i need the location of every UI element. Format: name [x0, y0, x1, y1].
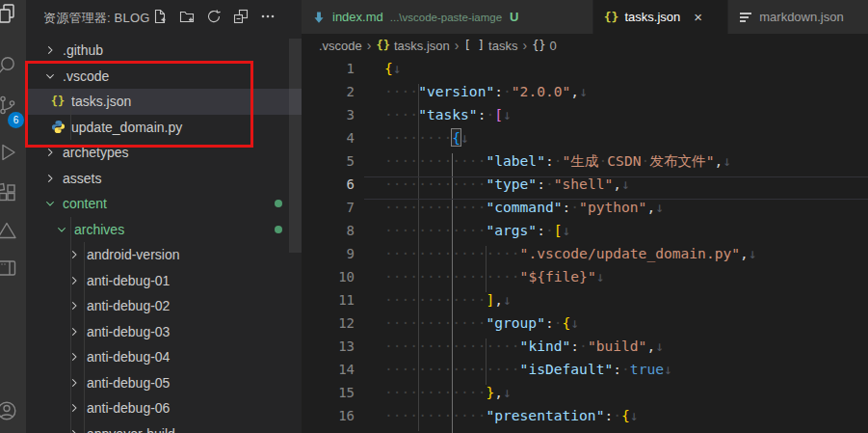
line-number: 13	[302, 335, 355, 358]
token: ····	[384, 83, 418, 99]
tree-item-assets[interactable]: assets	[26, 166, 302, 192]
account-icon[interactable]	[0, 397, 26, 430]
line-content: ················".vscode/update_domain.p…	[384, 242, 757, 265]
collapse-all-icon[interactable]	[232, 8, 250, 25]
breadcrumb-item[interactable]: 0	[550, 39, 557, 53]
tab-index-md[interactable]: index.md ...\vscode-paste-iamge U	[302, 0, 593, 34]
tree-item-anti-debug-04[interactable]: anti-debug-04	[26, 344, 302, 370]
token: ↓	[563, 222, 571, 238]
more-icon[interactable]	[259, 8, 276, 25]
tree-item-anti-debug-02[interactable]: anti-debug-02	[26, 293, 302, 319]
token: ↓	[503, 106, 512, 122]
tree-item-archetypes[interactable]: archetypes	[26, 140, 302, 166]
line-number: 9	[302, 242, 355, 265]
tree-item-content[interactable]: content	[26, 191, 302, 217]
line-number: 3	[302, 103, 355, 126]
tree-item-android-version[interactable]: android-version	[26, 242, 302, 268]
token: ↓	[621, 176, 630, 192]
code-line[interactable]: 5············"label":·"生成·CSDN·发布文件",↓	[302, 149, 868, 173]
token: :	[494, 83, 503, 99]
breadcrumb-item[interactable]: .vscode	[319, 39, 362, 53]
new-folder-icon[interactable]	[178, 8, 196, 25]
line-number: 15	[302, 381, 355, 404]
tree-item-anti-debug-06[interactable]: anti-debug-06	[26, 395, 302, 421]
token: ················	[384, 245, 520, 261]
new-file-icon[interactable]	[151, 8, 169, 25]
triangle-icon[interactable]	[0, 217, 26, 250]
line-number: 6	[302, 173, 355, 196]
sidebar-scrollbar[interactable]	[289, 39, 302, 253]
tree-item-archives[interactable]: archives	[26, 217, 302, 243]
json-file-icon: {}	[50, 94, 66, 109]
tree-item-anti-debug-01[interactable]: anti-debug-01	[26, 268, 302, 294]
token: "shell"	[554, 176, 614, 192]
code-line[interactable]: 8············"args":·[↓	[302, 219, 868, 242]
explorer-icon[interactable]	[0, 0, 26, 33]
breadcrumb-item[interactable]: tasks	[488, 39, 517, 53]
code-line[interactable]: 14················"isDefault":·true↓	[302, 358, 868, 381]
tree-item--github[interactable]: .github	[26, 38, 302, 64]
token: ············	[384, 176, 486, 192]
run-debug-icon[interactable]	[0, 139, 26, 172]
token: ↓	[570, 314, 579, 331]
token: "group"	[486, 314, 545, 331]
code-line[interactable]: 10················"${file}"↓	[302, 265, 868, 288]
code-line[interactable]: 3····"tasks":·[↓	[302, 103, 868, 126]
tab-label: index.md	[332, 10, 383, 24]
search-icon[interactable]	[0, 52, 26, 85]
code-line[interactable]: 2····"version":·"2.0.0",↓	[302, 80, 868, 103]
tree-item-tasks-json[interactable]: {}tasks.json	[26, 89, 302, 115]
line-number: 4	[302, 126, 355, 149]
tree-item-label: archives	[74, 222, 124, 237]
breadcrumb-separator: ›	[367, 38, 372, 53]
tree-item-label: anti-debug-06	[87, 400, 170, 416]
code-line[interactable]: 9················".vscode/update_domain.…	[302, 242, 868, 265]
token: "version"	[418, 83, 494, 99]
code-line[interactable]: 4········{↓	[302, 126, 868, 149]
tree-item-label: content	[63, 196, 107, 211]
token: ············	[384, 222, 486, 238]
token: true	[630, 361, 664, 377]
token: ↓	[723, 152, 731, 169]
line-content: ············"label":·"生成·CSDN·发布文件",↓	[384, 149, 731, 173]
token: ················	[384, 361, 520, 377]
token: ↓	[503, 384, 512, 400]
tree-item--vscode[interactable]: .vscode	[26, 64, 302, 90]
tab-markdown-json[interactable]: markdown.json	[728, 0, 868, 34]
line-content: ················"kind":·"build",↓	[384, 335, 664, 358]
extensions-icon[interactable]	[0, 179, 26, 212]
tree-item-label: assets	[63, 171, 101, 186]
token: ············	[384, 314, 486, 331]
line-number: 10	[302, 265, 355, 288]
tab-tasks-json[interactable]: {} tasks.json ×	[593, 0, 728, 34]
code-line[interactable]: 12············"group":·{↓	[302, 311, 868, 335]
token: "build"	[588, 338, 647, 354]
code-line[interactable]: 6············"type":·"shell",↓	[302, 173, 868, 196]
code-line[interactable]: 15············},↓	[302, 381, 868, 404]
line-content: ············"presentation":·{↓	[384, 404, 639, 427]
line-content: ····"tasks":·[↓	[384, 103, 512, 126]
code-line[interactable]: 13················"kind":·"build",↓	[302, 335, 868, 358]
breadcrumb-item[interactable]: tasks.json	[394, 39, 450, 53]
token: ,	[570, 83, 579, 99]
code-line[interactable]: 11············],↓	[302, 288, 868, 311]
code-line[interactable]: 16············"presentation":·{↓	[302, 404, 868, 427]
editor-content[interactable]: 1{↓2····"version":·"2.0.0",↓3····"tasks"…	[302, 57, 868, 433]
tree-item-anti-debug-05[interactable]: anti-debug-05	[26, 370, 302, 396]
token: ↓	[655, 338, 664, 354]
token: ········	[384, 129, 452, 146]
window-icon[interactable]	[0, 255, 26, 287]
token: ·	[599, 152, 608, 169]
code-line[interactable]: 7············"command":·"python",↓	[302, 196, 868, 219]
tree-item-anti-debug-03[interactable]: anti-debug-03	[26, 319, 302, 345]
tree-item-update-domain-py[interactable]: update_domain.py	[26, 115, 302, 141]
token: [	[494, 106, 503, 122]
token: "kind"	[520, 338, 571, 354]
refresh-icon[interactable]	[205, 8, 223, 25]
token: :	[570, 338, 579, 354]
code-line[interactable]: 1{↓	[302, 57, 868, 80]
tree-item-appveyor-build[interactable]: appveyor-build	[26, 421, 302, 433]
token: ".vscode/update_domain.py"	[520, 245, 740, 261]
close-icon[interactable]: ×	[694, 10, 702, 24]
token: ·	[554, 152, 563, 169]
